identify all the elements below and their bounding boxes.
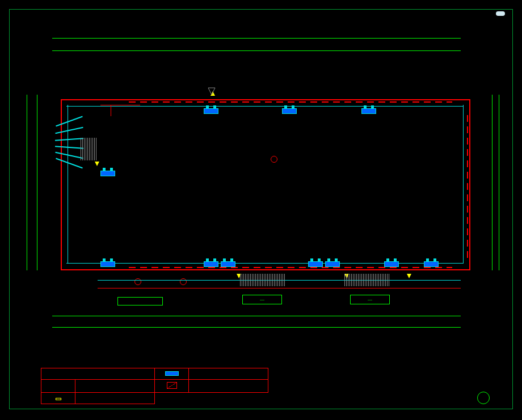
dim-line (27, 95, 27, 270)
legend-symbol-cell (155, 380, 189, 393)
wall-right (469, 99, 470, 270)
hatch-area (81, 138, 98, 160)
wall-segment (467, 111, 468, 258)
door-line (56, 158, 83, 169)
legend-desc (189, 368, 268, 380)
cable-tray (66, 106, 464, 107)
arrow-icon (407, 274, 411, 278)
room-label-elec (117, 297, 163, 306)
title-block (477, 392, 495, 404)
hatch-area (344, 274, 390, 286)
legend-title (41, 368, 155, 380)
north-arrow-icon (477, 392, 490, 404)
door-line (55, 127, 83, 134)
arrow-icon (95, 162, 99, 166)
emergency-light-symbol-icon (165, 371, 179, 376)
cable-tray (66, 263, 464, 264)
annex-wall (98, 288, 461, 289)
wall-segment (129, 101, 452, 103)
legend-symbol-cell (155, 368, 189, 380)
exit-symbol-icon (56, 398, 61, 400)
emergency-light-icon (308, 261, 323, 267)
legend-col2 (75, 380, 155, 393)
room-label-toilet1: — (242, 295, 282, 304)
emergency-light-icon (384, 261, 399, 267)
legend-desc (75, 393, 155, 404)
room-marker (180, 278, 187, 285)
junction-box-symbol-icon (167, 382, 177, 389)
dim-line (52, 327, 461, 328)
legend-desc (189, 380, 268, 393)
door-line (56, 116, 83, 127)
emergency-light-icon (221, 261, 235, 267)
emergency-light-icon (204, 261, 218, 267)
door-line (55, 146, 83, 149)
emergency-light-icon (282, 108, 297, 114)
dim-line (52, 50, 461, 51)
emergency-light-icon (361, 108, 376, 114)
legend-col1 (41, 380, 75, 393)
door-line (55, 138, 83, 141)
dim-line (499, 95, 499, 270)
dim-line (37, 95, 37, 270)
wall-top (61, 99, 470, 100)
emergency-light-icon (325, 261, 340, 267)
wall-bottom (61, 269, 470, 270)
dim-line (492, 95, 492, 270)
section-marker-icon (207, 87, 216, 96)
legend-table (41, 368, 268, 404)
cable-tray (463, 105, 464, 264)
dim-line (52, 316, 461, 316)
floor-plan: — — (61, 99, 470, 270)
emergency-light-icon (204, 108, 218, 114)
cad-drawing-area: — — (9, 9, 513, 409)
door-line (55, 152, 83, 159)
room-marker (271, 156, 277, 163)
cable-tray (68, 105, 68, 264)
legend-symbol-cell (41, 393, 75, 404)
emergency-light-icon (100, 261, 115, 267)
emergency-light-icon (424, 261, 439, 267)
interior-wall (111, 105, 111, 116)
svg-marker-0 (208, 88, 215, 95)
room-label-toilet2: — (350, 295, 390, 304)
interior-wall (100, 105, 140, 105)
room-marker (134, 278, 141, 285)
wall-segment (129, 267, 452, 268)
legend-empty (155, 393, 268, 404)
dim-line (52, 38, 461, 39)
hatch-area (240, 274, 285, 286)
emergency-light-icon (100, 171, 115, 176)
